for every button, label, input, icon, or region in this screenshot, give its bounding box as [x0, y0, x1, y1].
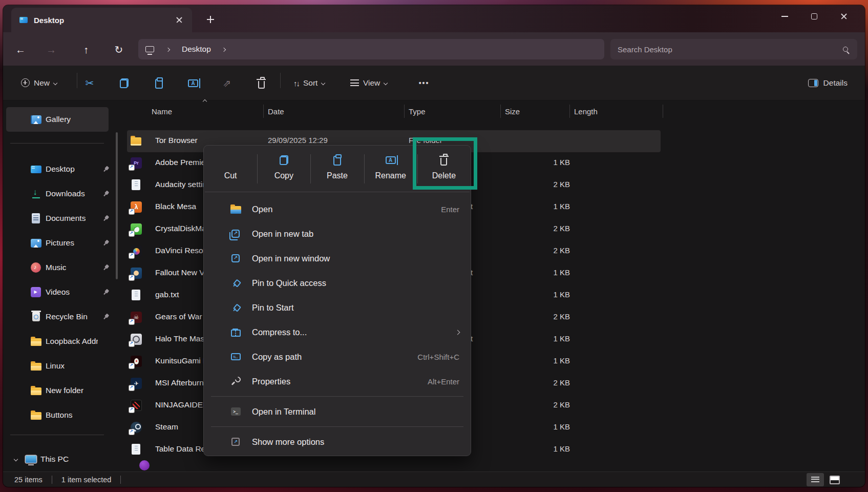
- column-header-length[interactable]: Length: [570, 105, 663, 118]
- shortcut-overlay-icon: [129, 231, 134, 236]
- back-button[interactable]: ←: [12, 42, 29, 58]
- file-icon: [131, 334, 142, 345]
- shortcut-overlay-icon: [129, 275, 134, 280]
- sidebar-item[interactable]: Loopback Addre: [6, 329, 116, 354]
- sidebar-item-this-pc[interactable]: This PC: [6, 447, 116, 471]
- file-size: 1 KB: [516, 268, 570, 277]
- menu-item-shortcut: Enter: [441, 205, 459, 214]
- menu-item-label: Open in Terminal: [252, 407, 315, 417]
- up-button[interactable]: ↑: [77, 42, 95, 58]
- sidebar-item[interactable]: Pictures: [6, 231, 116, 255]
- breadcrumb-desktop[interactable]: Desktop: [182, 45, 211, 54]
- sidebar-item[interactable]: New folder: [6, 378, 116, 403]
- sidebar-divider: [10, 435, 104, 435]
- sidebar-item-label: Loopback Addre: [46, 337, 98, 346]
- sidebar-item-label: Pictures: [46, 238, 74, 248]
- thumbnail-view-toggle[interactable]: [827, 473, 842, 486]
- column-header-name[interactable]: Name: [127, 105, 264, 118]
- menu-item-label: Properties: [252, 377, 290, 386]
- context-menu-item[interactable]: Pin to Start: [204, 295, 471, 320]
- context-action-button[interactable]: Rename: [364, 146, 417, 192]
- delete-button[interactable]: [250, 73, 272, 93]
- copy-button[interactable]: [113, 73, 135, 93]
- menu-item-icon: [229, 252, 242, 264]
- sidebar-navigation: Desktop Downloads Documents: [6, 157, 116, 427]
- share-button[interactable]: ⇗: [216, 73, 238, 93]
- file-name: MSI Afterburne: [155, 378, 208, 387]
- rename-button[interactable]: [182, 73, 204, 93]
- context-menu-item[interactable]: [211, 396, 463, 397]
- shortcut-overlay-icon: [129, 429, 134, 435]
- sidebar-item-gallery[interactable]: Gallery: [6, 107, 109, 132]
- refresh-button[interactable]: ↻: [110, 42, 128, 58]
- context-action-label: Paste: [327, 171, 348, 180]
- sidebar-item[interactable]: Linux: [6, 354, 116, 378]
- chevron-down-icon: [321, 81, 325, 85]
- context-action-button[interactable]: Paste: [310, 146, 364, 192]
- sidebar-item[interactable]: Videos: [6, 280, 116, 304]
- sidebar-item[interactable]: Documents: [6, 206, 116, 231]
- file-icon: [132, 179, 140, 190]
- file-size: 2 KB: [516, 400, 570, 409]
- context-menu-item[interactable]: Compress to...: [204, 320, 471, 344]
- context-menu-item[interactable]: Copy as path Ctrl+Shift+C: [204, 344, 471, 369]
- file-name: Tor Browser: [155, 136, 198, 145]
- menu-item-shortcut: Ctrl+Shift+C: [417, 353, 459, 361]
- sidebar-item[interactable]: Desktop: [6, 157, 116, 181]
- pin-icon: [102, 190, 111, 198]
- context-menu-item[interactable]: [211, 426, 463, 427]
- details-view-toggle[interactable]: [807, 473, 824, 486]
- toolbar-separator: [77, 73, 77, 88]
- more-options-button[interactable]: •••: [413, 73, 435, 93]
- cut-button[interactable]: ✂: [78, 73, 101, 93]
- status-divider: [120, 476, 121, 484]
- submenu-chevron-icon: [455, 330, 460, 335]
- breadcrumb[interactable]: Desktop: [138, 39, 604, 59]
- search-input[interactable]: [618, 45, 843, 54]
- context-menu-item[interactable]: Open Enter: [204, 197, 471, 221]
- sidebar-item[interactable]: Downloads: [6, 181, 116, 206]
- context-menu-item[interactable]: Show more options: [204, 429, 471, 454]
- context-menu-item[interactable]: Properties Alt+Enter: [204, 369, 471, 394]
- menu-item-icon: [229, 277, 242, 289]
- menu-item-icon: [229, 351, 242, 363]
- close-window-button[interactable]: [829, 5, 859, 28]
- minimize-button[interactable]: [770, 5, 799, 28]
- tab-desktop[interactable]: Desktop: [11, 8, 192, 32]
- copy-icon: [120, 78, 129, 88]
- sidebar-item[interactable]: Buttons: [6, 403, 116, 427]
- selection-count: 1 item selected: [61, 476, 112, 484]
- sidebar-item-label: This PC: [40, 455, 69, 464]
- new-tab-button[interactable]: [203, 12, 218, 27]
- file-icon: [131, 201, 142, 213]
- context-action-button[interactable]: Copy: [257, 146, 310, 192]
- context-menu-item[interactable]: Open in new tab: [204, 221, 471, 246]
- minimize-icon: [781, 16, 788, 17]
- context-action-button[interactable]: Cut: [204, 146, 257, 192]
- view-button[interactable]: View: [350, 73, 387, 93]
- tab-close-button[interactable]: [173, 13, 186, 27]
- menu-item-label: Open in new tab: [252, 229, 313, 239]
- menu-item-icon: [229, 228, 242, 240]
- maximize-button[interactable]: [799, 5, 829, 28]
- sidebar-item[interactable]: Music: [6, 255, 116, 280]
- column-header-size[interactable]: Size: [501, 105, 570, 118]
- context-menu-item[interactable]: Open in new window: [204, 246, 471, 271]
- column-header-type[interactable]: Type: [405, 105, 501, 118]
- paste-button[interactable]: [147, 73, 170, 93]
- sort-button[interactable]: ↑↓ Sort: [293, 73, 325, 93]
- details-pane-button[interactable]: Details: [808, 73, 848, 93]
- shortcut-overlay-icon: [129, 407, 134, 413]
- search-box[interactable]: [610, 39, 857, 59]
- context-menu-item[interactable]: Pin to Quick access: [204, 271, 471, 295]
- column-header-date[interactable]: Date: [264, 105, 405, 118]
- new-button[interactable]: New: [15, 73, 62, 93]
- file-icon: [131, 312, 142, 323]
- sidebar-item[interactable]: Recycle Bin: [6, 304, 116, 329]
- pin-icon: [102, 214, 111, 223]
- file-icon: [131, 268, 142, 279]
- forward-button[interactable]: →: [43, 42, 60, 58]
- file-icon: [132, 444, 140, 455]
- sidebar-scrollbar[interactable]: [116, 132, 118, 279]
- context-menu-item[interactable]: Open in Terminal: [204, 399, 471, 424]
